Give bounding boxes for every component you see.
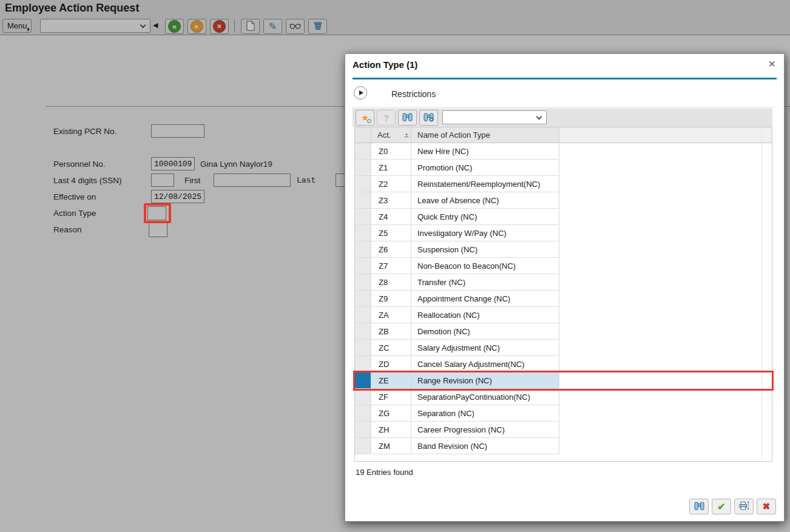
chevron-down-icon <box>536 114 542 120</box>
personal-value-list-icon: ★ <box>361 113 369 122</box>
print-button[interactable] <box>734 499 754 514</box>
table-row[interactable]: ZF SeparationPayContinuation(NC) <box>355 389 772 405</box>
table-row[interactable]: ZG Separation (NC) <box>355 405 772 422</box>
action-name-cell[interactable]: Promotion (NC) <box>411 160 559 176</box>
table-scrollbar[interactable] <box>761 127 762 461</box>
action-code-cell[interactable]: ZF <box>371 389 411 405</box>
table-row[interactable]: Z0 New Hire (NC) <box>355 143 772 160</box>
table-row[interactable]: Z5 Investigatory W/Pay (NC) <box>355 225 772 241</box>
row-select-cell[interactable] <box>355 323 371 340</box>
action-code-cell[interactable]: ZH <box>371 422 411 438</box>
name-column-header[interactable]: Name of Action Type <box>411 127 559 143</box>
table-row[interactable]: ZH Career Progression (NC) <box>355 422 772 438</box>
row-select-cell[interactable] <box>355 274 371 291</box>
action-code-cell[interactable]: ZA <box>371 307 411 323</box>
table-row[interactable]: ZD Cancel Salary Adjustment(NC) <box>355 356 772 372</box>
table-row[interactable]: ZE Range Revision (NC) <box>355 372 772 389</box>
action-name-cell[interactable]: Range Revision (NC) <box>411 372 559 389</box>
action-name-cell[interactable]: Cancel Salary Adjustment(NC) <box>411 356 559 372</box>
table-row[interactable]: Z3 Leave of Absence (NC) <box>355 192 772 209</box>
action-type-table: Act. ▲ Name of Action Type Z0 New Hire (… <box>354 127 772 462</box>
filter-combobox[interactable] <box>442 110 547 124</box>
entries-found-status: 19 Entries found <box>356 468 413 477</box>
row-select-cell[interactable] <box>355 389 371 405</box>
find-button[interactable] <box>398 110 417 126</box>
footer-cancel-button[interactable]: ✖ <box>757 499 776 514</box>
row-select-cell[interactable] <box>355 258 371 274</box>
table-body: Z0 New Hire (NC) Z1 Promotion (NC) Z2 Re… <box>355 143 772 454</box>
row-select-cell[interactable] <box>355 372 371 389</box>
action-type-dialog: Action Type (1) × Restrictions ★ ? <box>345 53 785 522</box>
action-code-cell[interactable]: ZM <box>371 438 411 454</box>
action-code-cell[interactable]: ZE <box>371 372 411 389</box>
table-row[interactable]: Z7 Non-Beacon to Beacon(NC) <box>355 258 772 274</box>
row-select-cell[interactable] <box>355 438 371 454</box>
row-select-cell[interactable] <box>355 307 371 323</box>
row-select-cell[interactable] <box>355 160 371 176</box>
action-name-cell[interactable]: SeparationPayContinuation(NC) <box>411 389 559 405</box>
row-select-cell[interactable] <box>355 225 371 241</box>
action-name-cell[interactable]: New Hire (NC) <box>411 143 559 160</box>
table-row[interactable]: Z6 Suspension (NC) <box>355 241 772 258</box>
table-row[interactable]: Z8 Transfer (NC) <box>355 274 772 291</box>
table-row[interactable]: Z4 Quick Entry (NC) <box>355 209 772 225</box>
dialog-separator <box>353 107 774 108</box>
find-icon <box>694 501 704 513</box>
action-name-cell[interactable]: Salary Adjustment (NC) <box>411 340 559 356</box>
action-code-cell[interactable]: Z5 <box>371 225 411 241</box>
select-column-header[interactable] <box>355 127 371 143</box>
personal-value-list-button[interactable]: ★ <box>356 110 374 126</box>
action-code-cell[interactable]: ZG <box>371 405 411 422</box>
action-name-cell[interactable]: Non-Beacon to Beacon(NC) <box>411 258 559 274</box>
restrictions-expand-button[interactable] <box>354 86 367 99</box>
find-next-button[interactable] <box>419 110 438 126</box>
row-select-cell[interactable] <box>355 405 371 422</box>
action-code-cell[interactable]: Z8 <box>371 274 411 291</box>
row-select-cell[interactable] <box>355 422 371 438</box>
close-icon[interactable]: × <box>768 58 775 70</box>
row-select-cell[interactable] <box>355 340 371 356</box>
row-select-cell[interactable] <box>355 356 371 372</box>
action-name-cell[interactable]: Demotion (NC) <box>411 323 559 340</box>
action-code-cell[interactable]: Z0 <box>371 143 411 160</box>
action-code-cell[interactable]: Z3 <box>371 192 411 209</box>
action-code-cell[interactable]: ZC <box>371 340 411 356</box>
action-name-cell[interactable]: Reinstatement/Reemployment(NC) <box>411 176 559 192</box>
row-select-cell[interactable] <box>355 192 371 209</box>
action-code-cell[interactable]: Z1 <box>371 160 411 176</box>
action-name-cell[interactable]: Separation (NC) <box>411 405 559 422</box>
row-select-cell[interactable] <box>355 143 371 160</box>
accept-icon: ✔ <box>717 501 725 513</box>
action-name-cell[interactable]: Quick Entry (NC) <box>411 209 559 225</box>
action-name-cell[interactable]: Appointment Change (NC) <box>411 291 559 307</box>
action-code-cell[interactable]: ZD <box>371 356 411 372</box>
action-name-cell[interactable]: Band Revision (NC) <box>411 438 559 454</box>
footer-find-button[interactable] <box>689 499 709 514</box>
row-select-cell[interactable] <box>355 209 371 225</box>
action-code-cell[interactable]: Z9 <box>371 291 411 307</box>
table-row[interactable]: ZA Reallocation (NC) <box>355 307 772 323</box>
row-select-cell[interactable] <box>355 291 371 307</box>
accept-button[interactable]: ✔ <box>712 499 731 514</box>
table-row[interactable]: ZC Salary Adjustment (NC) <box>355 340 772 356</box>
action-name-cell[interactable]: Investigatory W/Pay (NC) <box>411 225 559 241</box>
action-name-cell[interactable]: Career Progression (NC) <box>411 422 559 438</box>
table-row[interactable]: ZB Demotion (NC) <box>355 323 772 340</box>
action-name-cell[interactable]: Suspension (NC) <box>411 241 559 258</box>
act-column-header[interactable]: Act. ▲ <box>371 127 411 143</box>
table-row[interactable]: Z1 Promotion (NC) <box>355 160 772 176</box>
action-name-cell[interactable]: Leave of Absence (NC) <box>411 192 559 209</box>
remove-personal-value-list-button: ? <box>377 110 396 126</box>
action-code-cell[interactable]: ZB <box>371 323 411 340</box>
row-select-cell[interactable] <box>355 176 371 192</box>
table-row[interactable]: ZM Band Revision (NC) <box>355 438 772 454</box>
action-code-cell[interactable]: Z4 <box>371 209 411 225</box>
action-code-cell[interactable]: Z2 <box>371 176 411 192</box>
table-row[interactable]: Z2 Reinstatement/Reemployment(NC) <box>355 176 772 192</box>
table-row[interactable]: Z9 Appointment Change (NC) <box>355 291 772 307</box>
action-code-cell[interactable]: Z7 <box>371 258 411 274</box>
row-select-cell[interactable] <box>355 241 371 258</box>
action-name-cell[interactable]: Reallocation (NC) <box>411 307 559 323</box>
action-code-cell[interactable]: Z6 <box>371 241 411 258</box>
action-name-cell[interactable]: Transfer (NC) <box>411 274 559 291</box>
